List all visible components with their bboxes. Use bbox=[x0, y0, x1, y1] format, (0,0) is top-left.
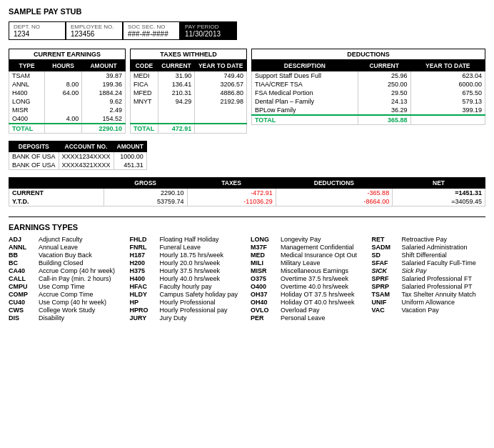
earnings-desc: Accrue Comp Time bbox=[39, 291, 123, 298]
taxes-table: CODE CURRENT YEAR TO DATE MEDI 31.90 749… bbox=[130, 60, 247, 134]
earnings-code: FNRL bbox=[130, 244, 157, 251]
dep-account: XXXX4321XXXX bbox=[59, 161, 114, 170]
earnings-col-hours: HOURS bbox=[45, 61, 82, 71]
earnings-type: H400 bbox=[9, 89, 45, 97]
earnings-code: SPRF bbox=[372, 275, 399, 282]
earnings-desc: Holiday OT 37.5 hrs/week bbox=[281, 291, 365, 298]
ded-desc: TIAA/CREF TSA bbox=[252, 80, 358, 89]
earnings-desc: Vacation Buy Back bbox=[39, 252, 123, 259]
soc-label: SOC SEC. NO bbox=[128, 24, 175, 30]
earnings-code: H375 bbox=[130, 267, 157, 274]
earnings-desc: Personal Leave bbox=[281, 314, 365, 322]
earnings-desc: Funeral Leave bbox=[160, 244, 244, 251]
earnings-type: O400 bbox=[9, 114, 45, 124]
list-item: SPRFSalaried Professional FT bbox=[372, 275, 486, 282]
earnings-code: VAC bbox=[372, 307, 399, 314]
earnings-desc: Faculty hourly pay bbox=[160, 283, 244, 290]
earnings-desc: Vacation Pay bbox=[402, 307, 486, 314]
taxes-col-ytd: YEAR TO DATE bbox=[195, 61, 247, 71]
ded-ytd: 675.50 bbox=[410, 89, 485, 97]
earnings-grid: ADJAdjunct FacultyANNLAnnual LeaveBBVaca… bbox=[9, 236, 485, 322]
table-row-empty bbox=[131, 106, 247, 114]
earnings-code: OH37 bbox=[251, 291, 278, 298]
earnings-code: DIS bbox=[9, 314, 36, 322]
dep-bank: BANK OF USA bbox=[9, 161, 59, 170]
list-item: CALLCall-in Pay (min. 2 hours) bbox=[9, 275, 123, 282]
ded-col-ytd: YEAR TO DATE bbox=[410, 61, 485, 71]
list-item: SPRPSalaried Professional PT bbox=[372, 283, 486, 290]
table-row: BANK OF USA XXXX1234XXXX 1000.00 bbox=[9, 152, 147, 161]
taxes-block: TAXES WITHHELD CODE CURRENT YEAR TO DATE… bbox=[130, 49, 247, 134]
earnings-code: CALL bbox=[9, 275, 36, 282]
table-row: MISR 2.49 bbox=[9, 106, 126, 114]
taxes-title: TAXES WITHHELD bbox=[130, 49, 247, 60]
list-item: JURYJury Duty bbox=[130, 314, 244, 322]
summary-row: Y.T.D. 53759.74 -11036.29 -8664.00 =3405… bbox=[9, 197, 485, 206]
sum-ded: -8664.00 bbox=[276, 197, 392, 206]
list-item: TSAMTax Shelter Annuity Match bbox=[372, 291, 486, 298]
list-item: HPROHourly Professional pay bbox=[130, 307, 244, 314]
earnings-col-1: ADJAdjunct FacultyANNLAnnual LeaveBBVaca… bbox=[9, 236, 123, 322]
earnings-code: CWS bbox=[9, 307, 36, 314]
earnings-code: CU40 bbox=[9, 299, 36, 306]
earnings-code: JURY bbox=[130, 314, 157, 322]
dep-amount: 451.31 bbox=[114, 161, 146, 170]
earnings-desc: Longevity Pay bbox=[281, 236, 365, 243]
list-item: OH37Holiday OT 37.5 hrs/week bbox=[251, 291, 365, 298]
earnings-hours bbox=[45, 106, 82, 114]
table-row: FSA Medical Portion 29.50 675.50 bbox=[252, 89, 485, 97]
earnings-desc: Jury Duty bbox=[160, 314, 244, 322]
current-earnings-title: CURRENT EARNINGS bbox=[9, 49, 126, 60]
list-item: FNRLFuneral Leave bbox=[130, 244, 244, 251]
earnings-col-2: FHLDFloating Half HolidayFNRLFuneral Lea… bbox=[130, 236, 244, 322]
earnings-desc: Annual Leave bbox=[39, 244, 123, 251]
dep-account: XXXX1234XXXX bbox=[59, 152, 114, 161]
earnings-type: ANNL bbox=[9, 80, 45, 89]
dep-bank: BANK OF USA bbox=[9, 152, 59, 161]
earnings-total-row: TOTAL 2290.10 bbox=[9, 124, 126, 134]
list-item: OVLOOverload Pay bbox=[251, 307, 365, 314]
sum-taxes: -11036.29 bbox=[187, 197, 276, 206]
earnings-code: UNIF bbox=[372, 299, 399, 306]
earnings-desc: Management Confidential bbox=[281, 244, 365, 251]
earnings-col-amount: AMOUNT bbox=[82, 61, 126, 71]
earnings-code: SFAF bbox=[372, 259, 399, 267]
list-item: SDShift Differential bbox=[372, 252, 486, 259]
ded-current: 250.00 bbox=[358, 80, 410, 89]
earnings-desc: Salaried Professional PT bbox=[402, 283, 486, 290]
table-row-empty bbox=[131, 114, 247, 124]
taxes-col-code: CODE bbox=[131, 61, 158, 71]
earnings-amount: 199.36 bbox=[82, 80, 126, 89]
ded-current: 24.13 bbox=[358, 97, 410, 106]
list-item: O375Overtime 37.5 hrs/week bbox=[251, 275, 365, 282]
list-item: RETRetroactive Pay bbox=[372, 236, 486, 243]
ded-desc: Support Staff Dues Full bbox=[252, 71, 358, 81]
earnings-col-3: LONGLongevity PayM37FManagement Confiden… bbox=[251, 236, 365, 322]
earnings-code: COMP bbox=[9, 291, 36, 298]
earnings-code: BC bbox=[9, 259, 36, 267]
earnings-desc: Hourly 18.75 hrs/week bbox=[160, 252, 244, 259]
earnings-hours: 8.00 bbox=[45, 80, 82, 89]
earnings-code: HP bbox=[130, 299, 157, 306]
earnings-col-4: RETRetroactive PaySADMSalaried Administr… bbox=[372, 236, 486, 322]
header-row: DEPT. NO 1234 EMPLOYEE NO. 123456 SOC SE… bbox=[9, 21, 485, 40]
dept-value: 1234 bbox=[14, 30, 61, 38]
earnings-desc: Overtime 40.0 hrs/week bbox=[281, 283, 365, 290]
earnings-code: ANNL bbox=[9, 244, 36, 251]
list-item: HFACFaculty hourly pay bbox=[130, 283, 244, 290]
ded-desc: Dental Plan – Family bbox=[252, 97, 358, 106]
table-row: TIAA/CREF TSA 250.00 6000.00 bbox=[252, 80, 485, 89]
earnings-desc: Accrue Comp (40 hr week) bbox=[39, 267, 123, 274]
dep-col-amount: AMOUNT bbox=[114, 141, 146, 152]
earnings-desc: Uniform Allowance bbox=[402, 299, 486, 306]
sum-col-net: NET bbox=[393, 178, 485, 189]
list-item: BCBuilding Closed bbox=[9, 259, 123, 267]
ded-ytd: 579.13 bbox=[410, 97, 485, 106]
earnings-code: SPRP bbox=[372, 283, 399, 290]
table-row: BPLow Family 36.29 399.19 bbox=[252, 106, 485, 115]
earnings-code: ADJ bbox=[9, 236, 36, 243]
earnings-desc: Hourly Professional pay bbox=[160, 307, 244, 314]
tax-current: 31.90 bbox=[158, 71, 194, 81]
list-item: H400Hourly 40.0 hrs/week bbox=[130, 275, 244, 282]
earnings-desc: Retroactive Pay bbox=[402, 236, 486, 243]
